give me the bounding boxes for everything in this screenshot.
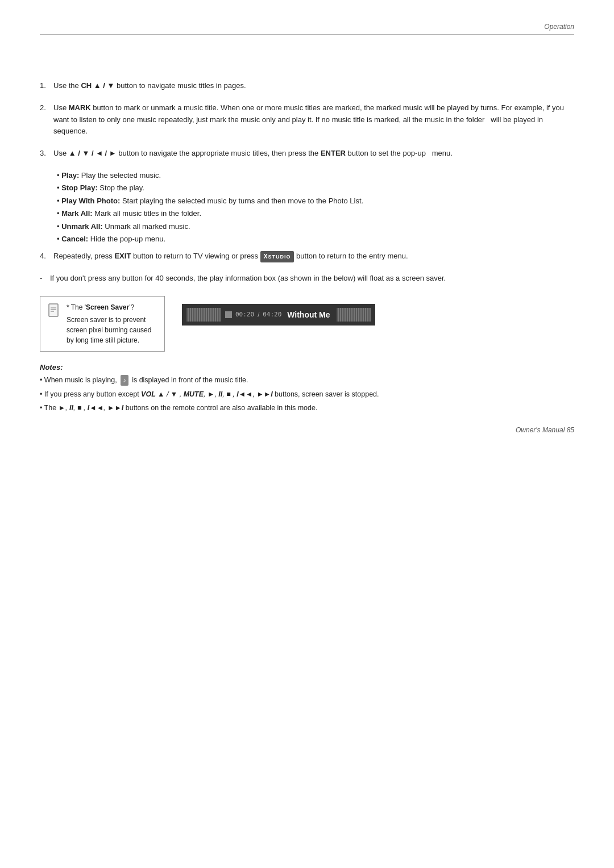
screen-saver-title: * The 'Screen Saver'?	[67, 302, 156, 312]
player-bar-time-sep: /	[258, 311, 259, 318]
bullet-mark-all: Mark All: Mark all music titles in the f…	[57, 208, 574, 219]
page-header: Operation	[40, 23, 574, 35]
screen-saver-section: * The 'Screen Saver'? Screen saver is to…	[40, 296, 574, 352]
bullet-stop-play: Stop Play: Stop the play.	[57, 182, 574, 194]
player-bar: 00:20 / 04:20 Without Me	[182, 304, 375, 326]
dash-content: If you don't press any button for 40 sec…	[50, 273, 446, 285]
player-bar-container: 00:20 / 04:20 Without Me	[182, 296, 375, 326]
main-content: 1. Use the CH ▲ / ▼ button to navigate m…	[40, 80, 574, 414]
svg-rect-0	[49, 304, 58, 316]
document-icon	[48, 303, 61, 322]
note-item-3: • The ►, II, ■ , I◄◄, ►►I buttons on the…	[40, 403, 574, 414]
bullet-play: Play: Play the selected music.	[57, 170, 574, 181]
music-playing-icon: ♪	[121, 375, 128, 386]
dash-symbol: -	[40, 273, 47, 285]
dash-item: - If you don't press any button for 40 s…	[40, 273, 574, 285]
list-item-2: 2. Use MARK button to mark or unmark a m…	[40, 102, 574, 137]
screen-saver-box-text: * The 'Screen Saver'? Screen saver is to…	[67, 302, 156, 345]
page: Operation 1. Use the CH ▲ / ▼ button to …	[0, 0, 614, 451]
page-footer: Owner's Manual 85	[516, 426, 574, 434]
xsudio-button: XSTUDIO	[260, 251, 294, 262]
list-content-3: Use ▲ / ▼ / ◄ / ► button to navigate the…	[53, 148, 574, 160]
screen-saver-description: Screen saver is to prevent screen pixel …	[67, 315, 156, 345]
list-num-3: 3.	[40, 148, 50, 160]
bullet-cancel: Cancel: Hide the pop-up menu.	[57, 233, 574, 245]
player-bar-pattern-left	[186, 308, 221, 322]
list-item-1: 1. Use the CH ▲ / ▼ button to navigate m…	[40, 80, 574, 92]
player-bar-time: 00:20	[235, 311, 254, 318]
bullet-list: Play: Play the selected music. Stop Play…	[57, 170, 574, 245]
player-bar-pattern-right	[337, 308, 371, 322]
player-bar-total-time: 04:20	[263, 311, 281, 318]
bullet-unmark-all: Unmark All: Unmark all marked music.	[57, 221, 574, 232]
list-content-2: Use MARK button to mark or unmark a musi…	[53, 102, 574, 137]
list-num-2: 2.	[40, 102, 50, 137]
list-num-4: 4.	[40, 251, 50, 262]
notes-title: Notes	[40, 363, 574, 372]
list-content-4: Repeatedly, press EXIT button to return …	[53, 251, 574, 262]
note-item-1: • When music is playing, ♪ is displayed …	[40, 375, 574, 386]
list-item-3: 3. Use ▲ / ▼ / ◄ / ► button to navigate …	[40, 148, 574, 160]
player-bar-song-title: Without Me	[285, 310, 330, 319]
footer-text: Owner's Manual 85	[516, 426, 574, 434]
header-title: Operation	[544, 23, 574, 31]
bullet-play-with-photo: Play With Photo: Start playing the selec…	[57, 195, 574, 207]
list-content-1: Use the CH ▲ / ▼ button to navigate musi…	[53, 80, 574, 92]
player-stop-icon	[225, 311, 232, 318]
list-num-1: 1.	[40, 80, 50, 92]
list-item-4: 4. Repeatedly, press EXIT button to retu…	[40, 251, 574, 262]
note-item-2: • If you press any button except VOL ▲ /…	[40, 389, 574, 400]
player-bar-info: 00:20 / 04:20 Without Me	[225, 310, 332, 319]
screen-saver-info-box: * The 'Screen Saver'? Screen saver is to…	[40, 296, 165, 352]
notes-section: Notes • When music is playing, ♪ is disp…	[40, 363, 574, 414]
